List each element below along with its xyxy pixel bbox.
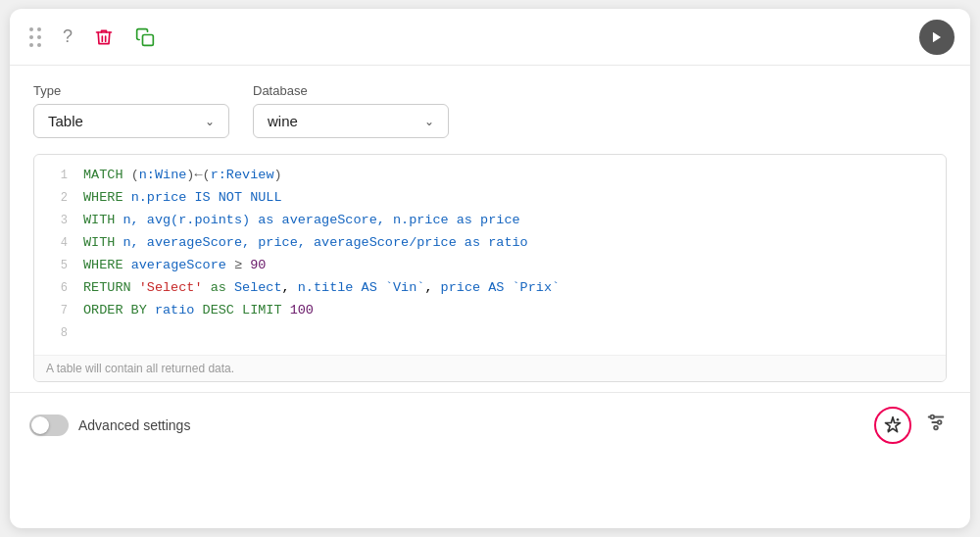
svg-marker-1 bbox=[933, 31, 941, 42]
database-select[interactable]: wine ⌄ bbox=[253, 104, 449, 138]
advanced-label: Advanced settings bbox=[78, 417, 190, 433]
run-button[interactable] bbox=[919, 20, 955, 55]
copy-button[interactable] bbox=[131, 24, 159, 51]
svg-point-8 bbox=[938, 420, 942, 424]
code-line-5: 5 WHERE averageScore ≥ 90 bbox=[34, 255, 946, 277]
filter-icon bbox=[925, 412, 947, 433]
svg-point-3 bbox=[887, 429, 889, 431]
code-line-3: 3 WITH n, avg(r.points) as averageScore,… bbox=[34, 210, 946, 232]
toggle-knob bbox=[31, 416, 49, 434]
delete-button[interactable] bbox=[90, 24, 118, 51]
code-line-2: 2 WHERE n.price IS NOT NULL bbox=[34, 187, 946, 210]
code-hint: A table will contain all returned data. bbox=[34, 355, 946, 381]
code-line-1: 1 MATCH (n:Wine)←(r:Review) bbox=[34, 165, 946, 187]
svg-rect-0 bbox=[143, 34, 154, 45]
database-group: Database wine ⌄ bbox=[253, 83, 449, 138]
advanced-toggle-group: Advanced settings bbox=[29, 415, 190, 436]
code-line-7: 7 ORDER BY ratio DESC LIMIT 100 bbox=[34, 300, 946, 322]
type-value: Table bbox=[48, 113, 83, 129]
code-line-8: 8 bbox=[34, 322, 946, 345]
sparkle-icon bbox=[883, 415, 903, 435]
database-label: Database bbox=[253, 83, 449, 98]
code-editor[interactable]: 1 MATCH (n:Wine)←(r:Review) 2 WHERE n.pr… bbox=[33, 154, 947, 382]
form-section: Type Table ⌄ Database wine ⌄ bbox=[10, 66, 970, 150]
code-body: 1 MATCH (n:Wine)←(r:Review) 2 WHERE n.pr… bbox=[34, 155, 946, 355]
svg-point-7 bbox=[931, 415, 935, 419]
footer: Advanced settings bbox=[10, 392, 970, 458]
database-value: wine bbox=[268, 113, 298, 129]
copy-icon bbox=[135, 27, 155, 47]
advanced-toggle[interactable] bbox=[29, 415, 69, 436]
filter-button[interactable] bbox=[921, 408, 951, 442]
drag-handle[interactable] bbox=[25, 25, 45, 49]
main-card: ? Type Table ⌄ bbox=[10, 9, 970, 528]
footer-icons bbox=[874, 407, 951, 444]
sparkle-button[interactable] bbox=[874, 407, 911, 444]
chevron-down-icon: ⌄ bbox=[205, 115, 215, 128]
toolbar: ? bbox=[10, 9, 970, 66]
run-icon bbox=[930, 30, 944, 44]
help-button[interactable]: ? bbox=[59, 23, 76, 51]
code-line-6: 6 RETURN 'Select' as Select, n.title AS … bbox=[34, 277, 946, 300]
type-group: Type Table ⌄ bbox=[33, 83, 229, 138]
help-icon: ? bbox=[63, 26, 73, 47]
svg-point-9 bbox=[934, 426, 938, 430]
code-line-4: 4 WITH n, averageScore, price, averageSc… bbox=[34, 232, 946, 255]
svg-point-2 bbox=[897, 417, 900, 420]
type-select[interactable]: Table ⌄ bbox=[33, 104, 229, 138]
chevron-down-icon-db: ⌄ bbox=[424, 115, 434, 128]
type-label: Type bbox=[33, 83, 229, 98]
delete-icon bbox=[94, 27, 114, 47]
